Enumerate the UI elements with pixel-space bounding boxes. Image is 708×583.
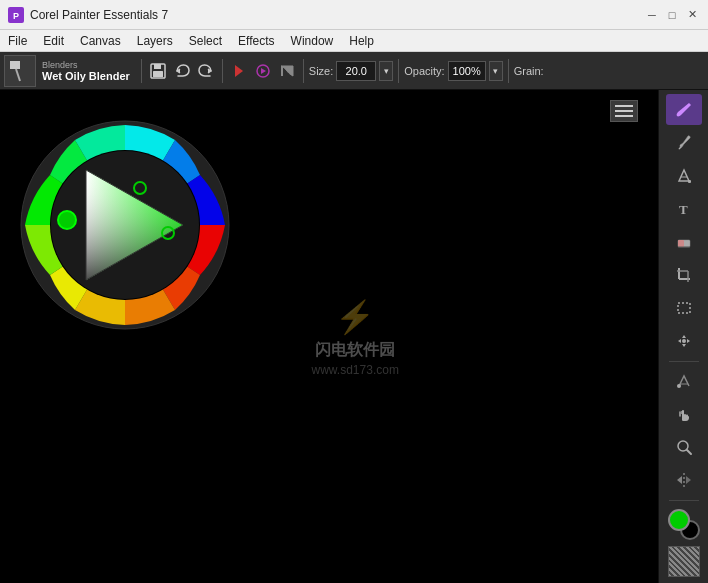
clone-button[interactable] xyxy=(228,60,250,82)
menu-layers[interactable]: Layers xyxy=(129,30,181,51)
brush-label-area: Blenders Wet Oily Blender xyxy=(42,60,130,82)
right-sep1 xyxy=(669,361,699,362)
menu-window[interactable]: Window xyxy=(283,30,342,51)
watermark: ⚡ 闪电软件园 www.sd173.com xyxy=(312,297,399,376)
redo-button[interactable] xyxy=(195,60,217,82)
menu-effects[interactable]: Effects xyxy=(230,30,282,51)
title-bar: P Corel Painter Essentials 7 ─ □ ✕ xyxy=(0,0,708,30)
watermark-site: 闪电软件园 xyxy=(312,339,399,360)
svg-rect-26 xyxy=(688,180,691,183)
menu-bar: File Edit Canvas Layers Select Effects W… xyxy=(0,30,708,52)
brush-name[interactable]: Wet Oily Blender xyxy=(42,70,130,82)
opacity-input[interactable] xyxy=(448,61,486,81)
foreground-color xyxy=(668,509,690,531)
opacity-dropdown[interactable]: ▾ xyxy=(489,61,503,81)
hamburger-line1 xyxy=(615,105,633,107)
svg-rect-35 xyxy=(678,303,690,313)
opacity-label: Opacity: xyxy=(404,65,444,77)
svg-point-36 xyxy=(682,339,686,343)
svg-rect-6 xyxy=(153,71,163,77)
text-tool-button[interactable]: T xyxy=(666,193,702,224)
close-button[interactable]: ✕ xyxy=(684,7,700,23)
app-title: Corel Painter Essentials 7 xyxy=(30,8,644,22)
magnifier-tool-button[interactable] xyxy=(666,432,702,463)
canvas-area[interactable]: ⚡ 闪电软件园 www.sd173.com xyxy=(0,90,658,583)
svg-rect-29 xyxy=(678,240,684,247)
main-toolbar: Blenders Wet Oily Blender xyxy=(0,52,708,90)
svg-rect-2 xyxy=(10,61,20,69)
hand-tool-button[interactable] xyxy=(666,399,702,430)
svg-line-40 xyxy=(687,450,691,454)
menu-canvas[interactable]: Canvas xyxy=(72,30,129,51)
svg-point-37 xyxy=(677,384,681,388)
right-sep2 xyxy=(669,500,699,501)
app-icon: P xyxy=(8,7,24,23)
sep4 xyxy=(398,59,399,83)
crop-tool-button[interactable] xyxy=(666,259,702,290)
svg-text:T: T xyxy=(679,202,688,217)
menu-help[interactable]: Help xyxy=(341,30,382,51)
sep2 xyxy=(222,59,223,83)
menu-file[interactable]: File xyxy=(0,30,35,51)
sep5 xyxy=(508,59,509,83)
main-area: ⚡ 闪电软件园 www.sd173.com xyxy=(0,90,708,583)
svg-line-3 xyxy=(16,69,20,81)
svg-marker-25 xyxy=(679,170,689,181)
svg-text:P: P xyxy=(13,11,19,21)
hamburger-line2 xyxy=(615,110,633,112)
save-button[interactable] xyxy=(147,60,169,82)
sep3 xyxy=(303,59,304,83)
color-wheel[interactable] xyxy=(20,120,230,330)
grain-label: Grain: xyxy=(514,65,544,77)
size-field: Size: ▾ xyxy=(309,61,393,81)
size-input[interactable] xyxy=(336,61,376,81)
svg-point-21 xyxy=(58,211,76,229)
menu-edit[interactable]: Edit xyxy=(35,30,72,51)
pen-tool-button[interactable] xyxy=(666,366,702,397)
grain-field: Grain: xyxy=(514,65,544,77)
brush-preview xyxy=(4,55,36,87)
window-controls: ─ □ ✕ xyxy=(644,7,700,23)
watermark-url: www.sd173.com xyxy=(312,362,399,376)
minimize-button[interactable]: ─ xyxy=(644,7,660,23)
svg-rect-8 xyxy=(281,66,283,76)
brush-tool-button[interactable] xyxy=(666,94,702,125)
right-toolbar: T xyxy=(658,90,708,583)
svg-rect-5 xyxy=(154,64,161,69)
hamburger-line3 xyxy=(615,115,633,117)
size-dropdown[interactable]: ▾ xyxy=(379,61,393,81)
selection-tool-button[interactable] xyxy=(666,292,702,323)
eraser-tool-button[interactable] xyxy=(666,226,702,257)
size-label: Size: xyxy=(309,65,333,77)
mirror-tool-button[interactable] xyxy=(666,465,702,496)
transform-tool-button[interactable] xyxy=(666,326,702,357)
opacity-field: Opacity: ▾ xyxy=(404,61,502,81)
undo-button[interactable] xyxy=(171,60,193,82)
dropper-tool-button[interactable] xyxy=(666,127,702,158)
color-indicator[interactable] xyxy=(666,507,702,542)
media-button[interactable] xyxy=(252,60,274,82)
sep1 xyxy=(141,59,142,83)
maximize-button[interactable]: □ xyxy=(664,7,680,23)
menu-select[interactable]: Select xyxy=(181,30,230,51)
panel-menu-button[interactable] xyxy=(610,100,638,122)
brush-category: Blenders xyxy=(42,60,130,70)
record-button[interactable] xyxy=(276,60,298,82)
fill-tool-button[interactable] xyxy=(666,160,702,191)
texture-swatch[interactable] xyxy=(668,546,700,577)
watermark-icon: ⚡ xyxy=(312,297,399,335)
